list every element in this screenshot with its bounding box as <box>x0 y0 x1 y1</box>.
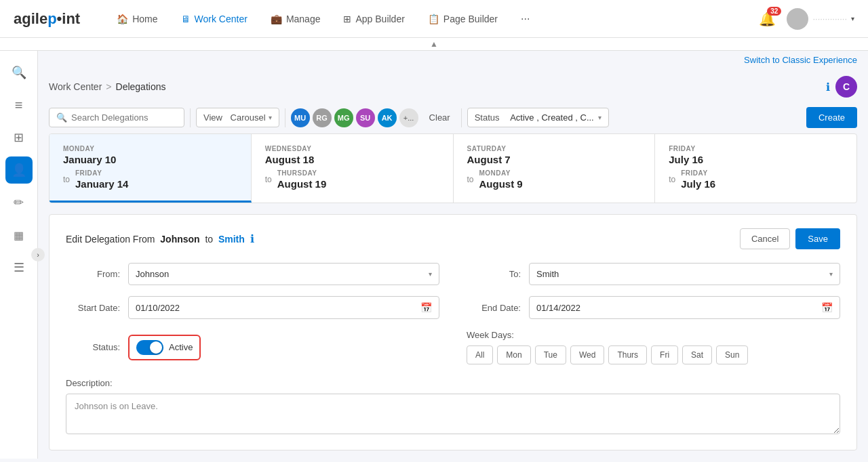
breadcrumb-work-center[interactable]: Work Center <box>49 81 102 92</box>
calendar-icon[interactable]: 📅 <box>420 302 432 313</box>
carousel-cards: MONDAY January 10 to FRIDAY January 14 W… <box>49 133 857 203</box>
to-select[interactable]: Smith ▾ <box>529 263 840 285</box>
edit-info-icon[interactable]: ℹ <box>250 233 254 245</box>
edit-actions: Cancel Save <box>740 228 840 249</box>
create-button[interactable]: Create <box>806 107 857 128</box>
chevron-down-icon: ▾ <box>829 270 833 278</box>
chevron-down-icon: ▾ <box>851 15 854 22</box>
to-name-label: Smith <box>218 234 245 245</box>
calendar-icon[interactable]: 📅 <box>821 302 833 313</box>
chevron-down-icon: ▾ <box>598 114 601 121</box>
status-label: Status: <box>66 342 120 352</box>
nav-app-builder[interactable]: ⊞ App Builder <box>334 8 414 30</box>
form-grid: From: Johnson ▾ To: Smith ▾ Start <box>66 263 840 364</box>
from-field: From: Johnson ▾ <box>66 263 439 285</box>
home-icon: 🏠 <box>117 14 128 24</box>
nav-work-center[interactable]: 🖥 Work Center <box>172 8 257 30</box>
description-textarea[interactable]: Johnson is on Leave. <box>66 394 840 434</box>
page-icon: 📋 <box>428 14 439 24</box>
description-section: Description: Johnson is on Leave. <box>66 378 840 436</box>
weekday-tue[interactable]: Tue <box>535 345 566 364</box>
start-date-text[interactable] <box>136 303 415 313</box>
chevron-down-icon: ▾ <box>269 114 272 121</box>
app-logo: agilep•int <box>14 10 80 28</box>
status-filter-dropdown[interactable]: Status Active , Created , C... ▾ <box>467 108 609 127</box>
user-avatar-purple: C <box>835 76 857 98</box>
status-toggle-container: Active <box>128 335 201 360</box>
start-date-label: Start Date: <box>66 303 120 313</box>
weekday-wed[interactable]: Wed <box>570 345 604 364</box>
status-field: Status: Active <box>66 330 439 364</box>
divider-2 <box>285 108 285 127</box>
carousel-card-4[interactable]: FRIDAY July 16 to FRIDAY July 16 <box>655 134 856 203</box>
status-toggle[interactable] <box>136 340 163 355</box>
description-label: Description: <box>66 378 840 388</box>
breadcrumb-separator: > <box>106 81 111 92</box>
weekdays-row: All Mon Tue Wed Thurs Fri Sat Sun <box>467 345 748 364</box>
sidebar-expand-button[interactable]: › <box>31 248 45 261</box>
avatar-su[interactable]: SU <box>356 108 375 127</box>
user-menu-button[interactable]: ·············· ▾ <box>787 8 854 30</box>
nav-manage[interactable]: 💼 Manage <box>261 8 330 30</box>
start-date-input[interactable]: 📅 <box>128 296 439 319</box>
sidebar-item-list[interactable]: ≡ <box>5 91 33 119</box>
nav-page-builder[interactable]: 📋 Page Builder <box>418 8 507 30</box>
grid-icon: ⊞ <box>343 14 351 24</box>
weekday-sat[interactable]: Sat <box>682 345 712 364</box>
avatar-group: MU RG MG SU AK +... <box>291 108 418 127</box>
sidebar-item-search[interactable]: 🔍 <box>5 59 33 86</box>
toggle-knob <box>150 341 162 354</box>
weekday-sun[interactable]: Sun <box>716 345 748 364</box>
end-date-input[interactable]: 📅 <box>529 296 840 319</box>
search-box[interactable]: 🔍 <box>49 108 184 127</box>
sidebar-item-edit[interactable]: ✏ <box>5 189 33 216</box>
end-date-text[interactable] <box>536 303 816 313</box>
search-input[interactable] <box>71 112 173 123</box>
weekday-fri[interactable]: Fri <box>651 345 678 364</box>
to-label: To: <box>467 269 521 279</box>
clear-button[interactable]: Clear <box>424 110 456 125</box>
nav-home[interactable]: 🏠 Home <box>107 8 167 30</box>
divider-3 <box>461 108 462 127</box>
from-select[interactable]: Johnson ▾ <box>128 263 439 285</box>
sidebar-item-table[interactable]: ▦ <box>5 222 33 249</box>
top-navigation: agilep•int 🏠 Home 🖥 Work Center 💼 Manage… <box>0 0 868 38</box>
end-date-field: End Date: 📅 <box>467 296 840 319</box>
sidebar-item-menu[interactable]: ☰ <box>5 254 33 281</box>
avatar-more[interactable]: +... <box>399 108 418 127</box>
avatar-ak[interactable]: AK <box>378 108 397 127</box>
avatar-mu[interactable]: MU <box>291 108 310 127</box>
breadcrumb-current: Delegations <box>116 81 166 92</box>
sidebar: 🔍 ≡ ⊞ 👤 ✏ ▦ ☰ › <box>0 51 38 459</box>
start-date-field: Start Date: 📅 <box>66 296 439 319</box>
weekday-thurs[interactable]: Thurs <box>608 345 647 364</box>
collapse-button[interactable]: ▲ <box>430 39 438 49</box>
view-dropdown[interactable]: View Carousel ▾ <box>196 108 279 127</box>
edit-delegation-form: Edit Delegation From Johnson to Smith ℹ … <box>49 214 857 450</box>
info-icon[interactable]: ℹ <box>826 81 830 93</box>
sidebar-item-grid[interactable]: ⊞ <box>5 124 33 151</box>
avatar-mg[interactable]: MG <box>334 108 353 127</box>
header-icons: ℹ C <box>826 76 857 98</box>
nav-more-button[interactable]: ··· <box>511 7 539 30</box>
weekday-all[interactable]: All <box>467 345 493 364</box>
carousel-card-3[interactable]: SATURDAY August 7 to MONDAY August 9 <box>454 134 656 203</box>
nav-items: 🏠 Home 🖥 Work Center 💼 Manage ⊞ App Buil… <box>107 7 756 30</box>
search-icon: 🔍 <box>56 112 67 123</box>
user-avatar <box>787 8 808 30</box>
sidebar-item-user[interactable]: 👤 <box>5 156 33 184</box>
save-button[interactable]: Save <box>795 228 840 249</box>
weekday-mon[interactable]: Mon <box>497 345 530 364</box>
toolbar: 🔍 View Carousel ▾ MU RG MG SU AK +... Cl… <box>38 102 868 133</box>
divider-1 <box>190 108 191 127</box>
carousel-card-1[interactable]: MONDAY January 10 to FRIDAY January 14 <box>50 134 252 203</box>
monitor-icon: 🖥 <box>181 14 191 24</box>
chevron-down-icon: ▾ <box>429 270 432 278</box>
cancel-button[interactable]: Cancel <box>740 228 790 249</box>
to-field: To: Smith ▾ <box>467 263 840 285</box>
edit-header: Edit Delegation From Johnson to Smith ℹ … <box>66 228 840 249</box>
switch-classic-link[interactable]: Switch to Classic Experience <box>38 51 868 69</box>
carousel-card-2[interactable]: WEDNESDAY August 18 to THURSDAY August 1… <box>252 134 454 203</box>
notification-button[interactable]: 🔔 32 <box>756 8 778 30</box>
avatar-rg[interactable]: RG <box>313 108 332 127</box>
